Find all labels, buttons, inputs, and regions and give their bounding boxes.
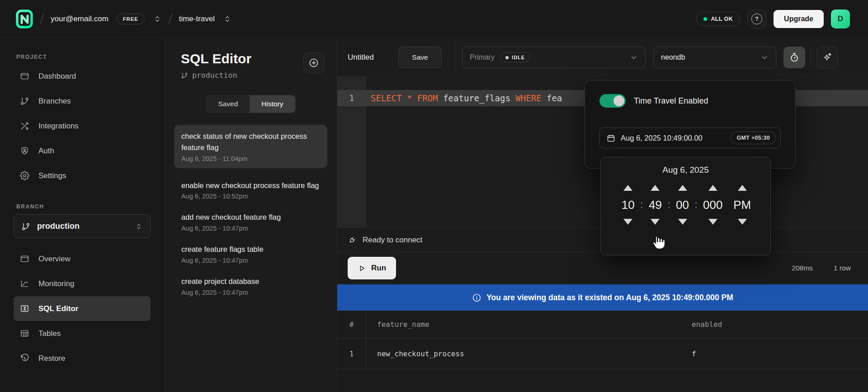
banner-text: You are viewing data as it existed on Au… bbox=[486, 293, 733, 302]
user-avatar[interactable]: D bbox=[831, 9, 850, 28]
time-travel-button[interactable] bbox=[783, 47, 805, 68]
save-button[interactable]: Save bbox=[398, 47, 442, 68]
milliseconds-down-arrow-icon[interactable] bbox=[708, 219, 717, 225]
tab-saved[interactable]: Saved bbox=[206, 95, 250, 113]
table-row[interactable]: 1 new_checkout_process f bbox=[337, 339, 868, 369]
saved-history-tabs: Saved History bbox=[206, 95, 295, 113]
hours-value[interactable]: 10 bbox=[622, 198, 635, 212]
project-name[interactable]: time-travel bbox=[179, 14, 215, 24]
datetime-value: Aug 6, 2025 10:49:00.00 bbox=[621, 134, 725, 142]
breadcrumb-slash bbox=[40, 13, 44, 24]
dashboard-icon bbox=[20, 71, 29, 81]
sidebar-item-integrations[interactable]: Integrations bbox=[14, 113, 151, 138]
row-count: 1 row bbox=[834, 264, 851, 272]
seconds-spinner: 00 bbox=[672, 185, 693, 225]
sidebar-item-dashboard[interactable]: Dashboard bbox=[14, 64, 151, 89]
chevron-down-icon bbox=[760, 53, 769, 61]
top-bar: your@email.com FREE time-travel ALL OK ?… bbox=[0, 0, 868, 38]
branch-section-label: BRANCH bbox=[16, 203, 151, 210]
upgrade-button[interactable]: Upgrade bbox=[774, 10, 824, 28]
minutes-value[interactable]: 49 bbox=[649, 198, 662, 212]
line-number: 1 bbox=[337, 90, 366, 106]
tables-icon bbox=[20, 329, 29, 338]
col-header-index: # bbox=[337, 311, 366, 338]
hours-up-arrow-icon[interactable] bbox=[623, 185, 632, 191]
history-item[interactable]: enable new checkout process feature flag… bbox=[174, 180, 327, 200]
restore-clock-icon bbox=[20, 354, 29, 363]
time-travel-toggle[interactable] bbox=[599, 94, 626, 108]
time-travel-toggle-row: Time Travel Enabled bbox=[599, 94, 781, 108]
minutes-down-arrow-icon[interactable] bbox=[651, 219, 660, 225]
plug-icon bbox=[348, 236, 357, 245]
seconds-down-arrow-icon[interactable] bbox=[678, 219, 687, 225]
new-query-button[interactable] bbox=[303, 52, 324, 73]
mouse-cursor-pointer bbox=[650, 234, 666, 252]
breadcrumb: your@email.com FREE time-travel bbox=[15, 9, 696, 29]
col-header-feature-name: feature_name bbox=[366, 320, 692, 329]
project-switcher-chevron-icon[interactable] bbox=[223, 14, 232, 24]
results-table: # feature_name enabled 1 new_checkout_pr… bbox=[337, 311, 868, 369]
time-travel-banner: You are viewing data as it existed on Au… bbox=[337, 284, 868, 311]
meridiem-down-arrow-icon[interactable] bbox=[738, 219, 747, 225]
account-email[interactable]: your@email.com bbox=[51, 14, 108, 24]
account-switcher-chevron-icon[interactable] bbox=[153, 14, 162, 24]
run-button[interactable]: Run bbox=[348, 257, 396, 279]
query-duration: 208ms bbox=[792, 264, 813, 272]
integrations-icon bbox=[20, 121, 29, 131]
neon-logo[interactable] bbox=[15, 9, 33, 29]
sidebar: PROJECT Dashboard Branches Integrations … bbox=[0, 38, 165, 392]
datetime-input[interactable]: Aug 6, 2025 10:49:00.00 GMT +05:30 bbox=[599, 128, 781, 148]
sidebar-item-sql-editor[interactable]: SQL Editor bbox=[14, 296, 151, 321]
meridiem-up-arrow-icon[interactable] bbox=[738, 185, 747, 191]
status-ok-dot bbox=[703, 17, 707, 21]
minutes-spinner: 49 bbox=[644, 185, 666, 225]
ai-assist-button[interactable] bbox=[816, 47, 838, 68]
sidebar-item-settings[interactable]: Settings bbox=[14, 163, 151, 188]
database-select[interactable]: neondb bbox=[653, 47, 776, 68]
sidebar-item-branches[interactable]: Branches bbox=[14, 89, 151, 113]
editor-toolbar: Untitled Save Primary IDLE neondb bbox=[337, 38, 868, 76]
sidebar-item-tables[interactable]: Tables bbox=[14, 321, 151, 346]
hours-down-arrow-icon[interactable] bbox=[623, 219, 632, 225]
meridiem-value[interactable]: PM bbox=[733, 198, 751, 212]
system-status-pill[interactable]: ALL OK bbox=[696, 12, 740, 26]
toggle-knob bbox=[613, 95, 624, 106]
neon-console: your@email.com FREE time-travel ALL OK ?… bbox=[0, 0, 868, 392]
sidebar-item-restore[interactable]: Restore bbox=[14, 346, 151, 371]
run-bar: Run 208ms 1 row bbox=[337, 253, 868, 283]
branch-nav: Overview Monitoring SQL Editor Tables Re… bbox=[14, 246, 151, 371]
compute-select[interactable]: Primary IDLE bbox=[462, 47, 646, 68]
col-header-enabled: enabled bbox=[692, 320, 868, 329]
help-button[interactable]: ? bbox=[747, 9, 766, 28]
auth-shield-icon bbox=[20, 146, 29, 156]
git-branch-icon bbox=[20, 96, 29, 106]
sidebar-item-overview[interactable]: Overview bbox=[14, 246, 151, 271]
tab-history[interactable]: History bbox=[250, 95, 295, 113]
project-section-label: PROJECT bbox=[16, 54, 151, 60]
seconds-value[interactable]: 00 bbox=[676, 198, 689, 212]
results-header-row: # feature_name enabled bbox=[337, 311, 868, 339]
seconds-up-arrow-icon[interactable] bbox=[678, 185, 687, 191]
sql-editor-panel: SQL Editor production Saved History chec… bbox=[165, 38, 337, 392]
sidebar-item-monitoring[interactable]: Monitoring bbox=[14, 271, 151, 296]
history-item[interactable]: create project database Aug 6, 2025 - 10… bbox=[174, 276, 327, 296]
plan-badge: FREE bbox=[117, 14, 145, 24]
milliseconds-up-arrow-icon[interactable] bbox=[708, 185, 717, 191]
history-item-selected[interactable]: check status of new checkout process fea… bbox=[174, 125, 327, 168]
status-label: ALL OK bbox=[711, 16, 733, 22]
sql-code-line[interactable]: SELECT*FROMfeature_flagsWHEREfea bbox=[371, 90, 567, 106]
minutes-up-arrow-icon[interactable] bbox=[651, 185, 660, 191]
compute-state-badge: IDLE bbox=[500, 52, 530, 62]
history-item[interactable]: add new checkout feature flag Aug 6, 202… bbox=[174, 212, 327, 232]
breadcrumb-slash bbox=[168, 13, 173, 24]
meridiem-spinner: PM bbox=[731, 185, 754, 225]
monitoring-chart-icon bbox=[20, 279, 29, 288]
git-branch-icon bbox=[181, 72, 188, 79]
branch-selector[interactable]: production bbox=[14, 214, 151, 238]
sidebar-item-auth[interactable]: Auth bbox=[14, 138, 151, 163]
history-item[interactable]: create feature flags table Aug 6, 2025 -… bbox=[174, 244, 327, 264]
gear-icon bbox=[20, 171, 29, 180]
compute-name: Primary bbox=[470, 53, 495, 61]
query-tab-title[interactable]: Untitled bbox=[348, 38, 374, 76]
milliseconds-value[interactable]: 000 bbox=[703, 198, 722, 212]
